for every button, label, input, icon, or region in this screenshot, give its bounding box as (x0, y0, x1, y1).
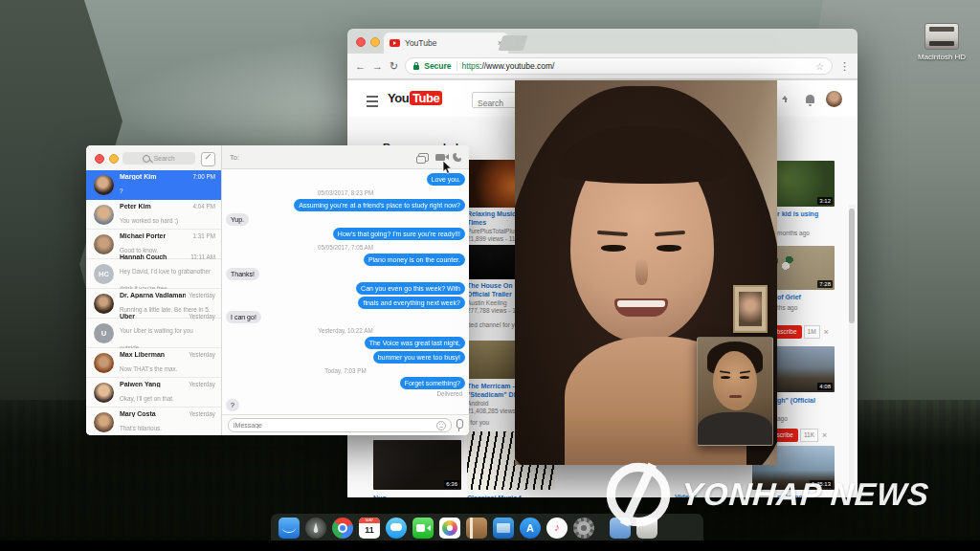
hard-drive-icon (924, 23, 959, 50)
youtube-logo[interactable]: You Tube (388, 91, 442, 105)
close-icon[interactable]: × (824, 327, 829, 337)
recommended-for-you-text: l for you (467, 419, 489, 426)
conversation-margot-kim[interactable]: Margot Kim7:00 PM? (86, 170, 221, 200)
video-title[interactable]: r kid is using (777, 209, 818, 218)
video-title[interactable]: of Grief (777, 293, 801, 301)
address-bar[interactable]: Secure https://www.youtube.com/ ☆ (405, 57, 833, 75)
recommended-channel-text: ded channel for you (467, 321, 522, 328)
close-window-button[interactable] (356, 37, 366, 47)
video-channel[interactable]: Austin Keeling (467, 299, 507, 306)
video-title[interactable]: The Merricam - N (467, 382, 522, 390)
letterbox-bar (0, 540, 980, 551)
avatar-initials: HC (94, 264, 114, 284)
dock-icon-contacts[interactable] (466, 518, 487, 539)
dock-icon-photos[interactable] (439, 518, 460, 539)
close-icon[interactable]: × (822, 430, 827, 440)
close-window-button[interactable] (95, 154, 104, 164)
youtube-favicon (390, 39, 400, 47)
avatar (94, 294, 114, 314)
conversation-paiwen-yang[interactable]: Paiwen YangYesterdayOkay, I'll get on th… (86, 378, 221, 408)
back-icon[interactable]: ← (355, 61, 366, 72)
dock-icon-launchpad[interactable] (305, 518, 326, 539)
desktop-icon-macintosh-hd[interactable]: Macintosh HD (911, 23, 972, 61)
imessage-bubble-incoming: ? (226, 399, 239, 411)
dock-icon-app-store[interactable]: A (520, 518, 541, 539)
avatar (94, 383, 114, 403)
messages-search-field[interactable]: Search (122, 152, 195, 165)
upload-icon[interactable] (780, 96, 791, 105)
imessage-input[interactable] (228, 418, 452, 432)
imessage-bubble-outgoing: Can you even go this week? With (356, 282, 465, 295)
browser-menu-icon[interactable]: ⋮ (839, 60, 850, 73)
bookmark-star-icon[interactable]: ☆ (815, 61, 824, 72)
dock-icon-facetime[interactable] (412, 518, 434, 539)
minimize-window-button[interactable] (370, 37, 380, 47)
video-thumbnail-nug[interactable]: 6:36 (373, 440, 461, 490)
dock-icon-system-preferences[interactable] (573, 518, 594, 539)
chat-header: To: (222, 145, 469, 169)
scrollbar-thumb[interactable] (849, 209, 855, 323)
dock-icon-chrome[interactable] (332, 518, 353, 539)
avatar-initials: U (94, 323, 114, 343)
video-meta: months ago (777, 230, 810, 236)
video-duration: 7:28 (817, 280, 833, 288)
facetime-audio-icon[interactable] (452, 152, 461, 162)
dock-icon-itunes[interactable]: ♪ (546, 518, 568, 539)
imessage-bubble-outgoing: The Voice was great last night, (365, 337, 465, 349)
youtube-account-avatar[interactable] (826, 91, 842, 107)
reload-icon[interactable]: ↻ (390, 61, 398, 72)
tab-youtube[interactable]: YouTube × (384, 33, 508, 54)
conversation-hannah-couch[interactable]: HC Hannah Couch11:11 AMHey David, I'd lo… (86, 259, 221, 289)
video-title-line2[interactable]: Official Trailer (467, 290, 512, 298)
conversation-uber[interactable]: U UberYesterdayYour Uber is waiting for … (86, 319, 221, 348)
browser-toolbar: ← → ↻ Secure https://www.youtube.com/ ☆ … (347, 54, 858, 79)
video-title[interactable]: Classical Music f (467, 494, 521, 497)
timestamp: Today, 7:03 PM (226, 367, 465, 374)
yonhap-watermark: YONHAP NEWS (603, 459, 929, 530)
forward-icon[interactable]: → (372, 61, 383, 72)
compose-button[interactable] (201, 152, 215, 166)
video-title[interactable]: gh" (Official (777, 396, 815, 405)
video-title-line2[interactable]: Times (467, 218, 486, 227)
imessage-bubble-outgoing: Piano money is on the counter. (364, 253, 465, 266)
yonhap-logo-icon (603, 459, 674, 530)
messages-window: Search Margot Kim7:00 PM? Peter Kim4:04 … (86, 145, 469, 435)
conversation-max-liberman[interactable]: Max LibermanYesterdayNow THAT's the max. (86, 348, 221, 378)
facetime-video-icon[interactable] (435, 154, 445, 161)
notifications-bell-icon[interactable] (806, 95, 814, 103)
video-channel[interactable]: Android (467, 400, 488, 407)
emoji-icon[interactable] (436, 421, 446, 430)
subscribe-promo[interactable]: bscribe 11K × (768, 429, 827, 442)
dock-icon-calendar[interactable]: MAY11 (359, 518, 380, 539)
tab-title: YouTube (405, 38, 493, 48)
chat-messages: Love you. 05/03/2017, 8:23 PM Assuming y… (226, 171, 465, 414)
sidebar-header: Search (86, 145, 221, 170)
details-icon[interactable] (418, 153, 429, 162)
imessage-bubble-outgoing: Assuming you're at a friend's place to s… (294, 199, 465, 211)
dock-icon-finder[interactable] (278, 518, 300, 539)
minimize-window-button[interactable] (109, 154, 119, 164)
video-title-line2[interactable]: "Steadicam" DIY (467, 390, 520, 399)
avatar (94, 412, 114, 432)
url-rest: ://www.youtube.com/ (479, 61, 554, 71)
microphone-icon[interactable] (457, 419, 463, 429)
video-title[interactable]: The House On Pi (467, 281, 521, 290)
subscribe-promo[interactable]: ubscribe 1M × (768, 325, 829, 339)
dock-icon-mail[interactable] (493, 518, 514, 539)
search-placeholder: Search (153, 155, 174, 162)
tab-strip: YouTube × (347, 29, 858, 54)
url-scheme: https (462, 61, 479, 71)
conversation-sidebar: Search Margot Kim7:00 PM? Peter Kim4:04 … (86, 145, 222, 435)
conversation-peter-kim[interactable]: Peter Kim4:04 PMYou worked so hard ;) (86, 200, 221, 230)
avatar (94, 353, 114, 373)
imessage-text-input[interactable] (234, 422, 436, 429)
video-title[interactable]: Nug (373, 494, 387, 497)
dock-icon-messages[interactable] (386, 518, 407, 539)
conversation-mary-costa[interactable]: Mary CostaYesterdayThat's hilarious. (86, 408, 221, 435)
conversation-list: Margot Kim7:00 PM? Peter Kim4:04 PMYou w… (86, 170, 221, 435)
delivered-status: Delivered (226, 390, 465, 397)
new-tab-button[interactable] (498, 35, 527, 51)
facetime-pip-self-view[interactable] (697, 337, 773, 446)
desktop: Macintosh HD YouTube × ← → ↻ Secure ht (0, 0, 980, 551)
hamburger-menu-icon[interactable] (367, 96, 378, 107)
